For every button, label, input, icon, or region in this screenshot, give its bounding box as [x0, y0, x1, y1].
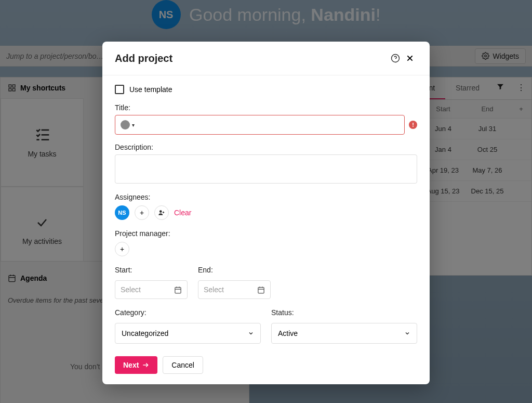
emoji-picker[interactable]: ▾ — [121, 120, 135, 129]
next-button[interactable]: Next — [115, 356, 157, 374]
add-team-button[interactable] — [154, 205, 169, 220]
svg-rect-24 — [258, 287, 264, 293]
title-label: Title: — [115, 103, 417, 112]
chevron-down-icon: ▾ — [132, 122, 135, 128]
assignees-label: Assignees: — [115, 193, 417, 201]
error-icon: ! — [409, 121, 417, 129]
use-template-label: Use template — [129, 85, 172, 94]
start-label: Start: — [115, 266, 188, 274]
cancel-button[interactable]: Cancel — [163, 356, 203, 374]
add-pm-button[interactable]: + — [115, 242, 129, 256]
start-date-input[interactable]: Select — [115, 280, 188, 299]
calendar-icon — [174, 286, 182, 294]
svg-rect-20 — [175, 287, 181, 293]
help-icon[interactable] — [388, 51, 403, 66]
use-template-checkbox[interactable] — [115, 85, 124, 94]
status-select[interactable]: Active — [271, 323, 417, 344]
category-select[interactable]: Uncategorized — [115, 323, 261, 344]
arrow-right-icon — [142, 361, 149, 369]
svg-point-17 — [159, 210, 162, 213]
end-date-input[interactable]: Select — [198, 280, 271, 299]
end-label: End: — [198, 266, 271, 274]
add-assignee-button[interactable]: + — [135, 205, 149, 220]
pm-label: Project manager: — [115, 229, 417, 238]
description-input[interactable] — [115, 154, 417, 184]
chevron-down-icon — [404, 330, 410, 336]
close-icon[interactable] — [403, 51, 417, 66]
add-project-modal: Add project Use template Title: ▾ ! Desc… — [102, 42, 430, 384]
description-label: Description: — [115, 143, 417, 151]
status-label: Status: — [271, 308, 417, 317]
calendar-icon — [257, 286, 265, 294]
modal-title: Add project — [115, 53, 388, 64]
assignee-avatar[interactable]: NS — [115, 205, 129, 220]
category-label: Category: — [115, 308, 261, 317]
clear-assignees-link[interactable]: Clear — [174, 209, 191, 217]
chevron-down-icon — [248, 330, 254, 336]
title-input[interactable]: ▾ — [115, 115, 405, 135]
